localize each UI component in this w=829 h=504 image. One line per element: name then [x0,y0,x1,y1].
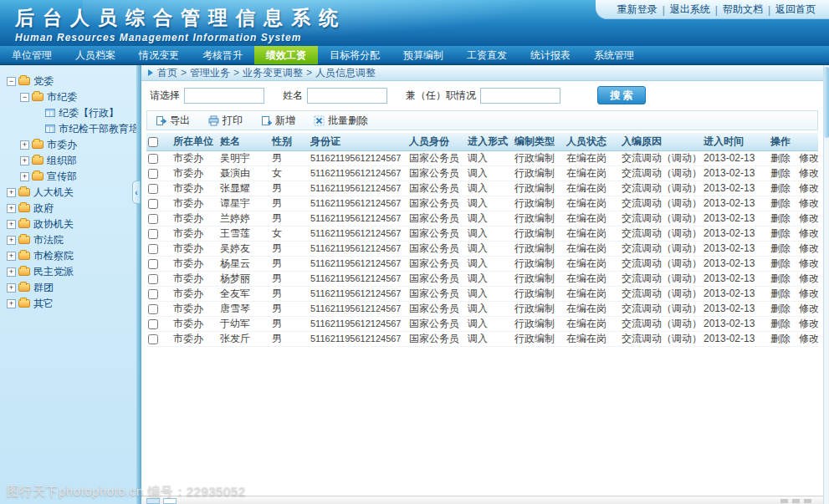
edit-link[interactable]: 修改 [799,182,818,194]
column-header-4[interactable]: 身份证 [309,133,407,150]
edit-link[interactable]: 修改 [799,212,818,224]
expand-toggle-icon[interactable]: + [7,299,16,308]
column-header-1[interactable]: 所在单位 [171,133,218,150]
menu-item-3[interactable]: 情况变更 [127,46,191,64]
delete-link[interactable]: 删除 [770,318,791,329]
pagination-control[interactable] [780,499,788,503]
expand-toggle-icon[interactable]: + [20,140,29,150]
menu-item-10[interactable]: 系统管理 [582,46,646,64]
row-checkbox[interactable] [148,274,158,284]
top-link-4[interactable]: 返回首页 [770,3,821,17]
edit-link[interactable]: 修改 [799,272,818,284]
top-link-1[interactable]: 重新登录 [612,3,663,17]
row-checkbox[interactable] [148,199,158,209]
tree-item-2[interactable]: −市纪委 [0,89,136,104]
column-header-10[interactable]: 进入时间 [702,133,769,150]
delete-link[interactable]: 删除 [770,152,791,164]
delete-link[interactable]: 删除 [770,197,791,209]
menu-item-4[interactable]: 考核晋升 [191,46,254,64]
row-checkbox[interactable] [148,259,158,269]
tree-item-5[interactable]: +市委办 [0,137,136,152]
print-button[interactable]: 打印 [208,114,243,128]
column-header-3[interactable]: 性别 [270,133,309,150]
tree-item-11[interactable]: +市法院 [0,232,136,247]
expand-toggle-icon[interactable]: + [7,252,16,261]
column-header-2[interactable]: 姓名 [218,133,270,150]
pagination-control[interactable] [792,499,800,503]
tree-item-8[interactable]: +人大机关 [0,185,136,200]
menu-item-6[interactable]: 目标将分配 [318,46,391,64]
edit-link[interactable]: 修改 [799,333,818,344]
row-checkbox[interactable] [148,244,158,254]
menu-item-1[interactable]: 单位管理 [0,46,64,64]
top-link-2[interactable]: 退出系统 [665,3,715,17]
menu-item-2[interactable]: 人员档案 [64,46,127,64]
edit-link[interactable]: 修改 [799,288,818,299]
column-header-7[interactable]: 编制类型 [513,133,565,150]
menu-item-9[interactable]: 统计报表 [519,46,582,64]
expand-toggle-icon[interactable]: + [7,267,16,277]
delete-link[interactable]: 删除 [770,242,791,254]
row-checkbox[interactable] [148,229,158,239]
row-checkbox[interactable] [148,169,158,179]
collapse-toggle-icon[interactable]: − [20,93,29,102]
sidebar-collapse-handle[interactable]: ‹ [132,181,141,204]
tree-item-15[interactable]: +其它 [0,296,136,311]
tree-item-9[interactable]: +政府 [0,201,136,216]
delete-link[interactable]: 删除 [770,303,791,314]
collapse-toggle-icon[interactable]: − [7,77,16,86]
edit-link[interactable]: 修改 [799,197,818,209]
menu-item-5[interactable]: 绩效工资 [254,46,318,64]
tree-item-10[interactable]: +政协机关 [0,216,136,232]
menu-item-7[interactable]: 预算编制 [391,46,455,64]
batch-delete-button[interactable]: 批量删除 [314,114,368,128]
breadcrumb-item-2[interactable]: 管理业务 [190,67,230,79]
expand-toggle-icon[interactable]: + [7,220,16,229]
tree-item-12[interactable]: +市检察院 [0,248,136,263]
delete-link[interactable]: 删除 [770,272,791,284]
name-filter-input[interactable] [307,88,387,104]
export-button[interactable]: 导出 [156,114,190,128]
row-checkbox[interactable] [148,334,158,344]
row-checkbox[interactable] [148,319,158,329]
breadcrumb-item-4[interactable]: 人员信息调整 [315,67,376,79]
top-link-3[interactable]: 帮助文档 [718,3,768,17]
breadcrumb-item-3[interactable]: 业务变更调整 [243,67,303,79]
edit-link[interactable]: 修改 [799,227,818,239]
delete-link[interactable]: 删除 [770,333,791,344]
edit-link[interactable]: 修改 [799,318,818,329]
expand-toggle-icon[interactable]: + [7,283,16,293]
column-header-11[interactable]: 操作 [769,133,818,150]
expand-toggle-icon[interactable]: + [7,204,16,213]
delete-link[interactable]: 删除 [770,182,791,194]
tree-item-3[interactable]: 纪委【行政】 [0,105,136,120]
column-header-8[interactable]: 人员状态 [565,133,620,150]
expand-toggle-icon[interactable]: + [7,188,16,197]
tree-item-1[interactable]: −党委 [0,74,136,89]
page-size-box[interactable] [146,498,160,504]
column-header-5[interactable]: 人员身份 [407,133,466,150]
tree-item-14[interactable]: +群团 [0,280,136,295]
expand-toggle-icon[interactable]: + [20,172,29,181]
vertical-scrollbar[interactable] [823,65,829,504]
page-input-box[interactable] [163,498,177,504]
expand-toggle-icon[interactable]: + [7,236,16,245]
row-checkbox[interactable] [148,154,158,164]
edit-link[interactable]: 修改 [799,242,818,254]
edit-link[interactable]: 修改 [799,303,818,314]
search-button[interactable]: 搜 索 [597,86,646,104]
pagination-control[interactable] [804,499,811,503]
delete-link[interactable]: 删除 [770,212,791,224]
edit-link[interactable]: 修改 [799,167,818,179]
tree-item-13[interactable]: +民主党派 [0,264,136,279]
row-checkbox[interactable] [148,214,158,224]
expand-toggle-icon[interactable]: + [20,156,29,165]
tree-item-7[interactable]: +宣传部 [0,169,136,184]
delete-link[interactable]: 删除 [770,167,791,179]
scrollbar-thumb[interactable] [824,67,829,138]
edit-link[interactable]: 修改 [799,257,818,269]
tree-item-6[interactable]: +组织部 [0,153,136,168]
edit-link[interactable]: 修改 [799,152,818,164]
row-checkbox[interactable] [148,289,158,299]
row-checkbox[interactable] [148,184,158,194]
